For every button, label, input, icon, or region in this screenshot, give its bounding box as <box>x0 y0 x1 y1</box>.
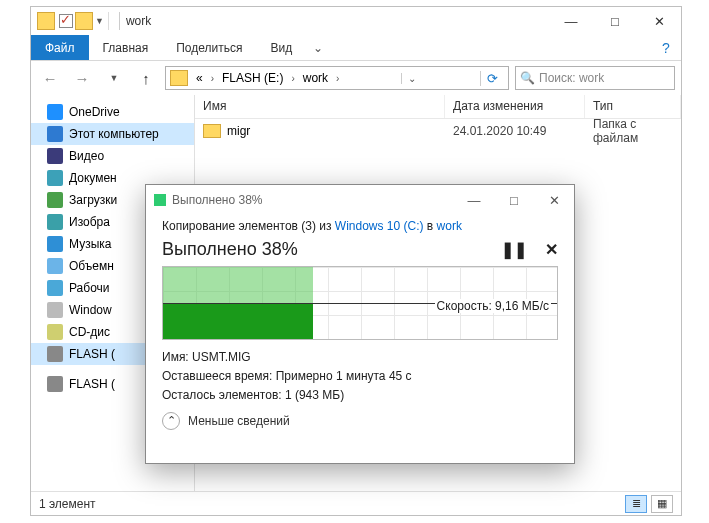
search-input[interactable]: 🔍 Поиск: work <box>515 66 675 90</box>
breadcrumb-folder-icon <box>170 70 188 86</box>
address-bar: ← → ▼ ↑ « › FLASH (E:) › work › ⌄ ⟳ 🔍 По… <box>31 61 681 95</box>
table-row[interactable]: migr24.01.2020 10:49Папка с файлам <box>195 119 681 143</box>
nav-item[interactable]: Видео <box>31 145 194 167</box>
help-icon[interactable]: ? <box>651 35 681 60</box>
col-name[interactable]: Имя <box>195 95 445 118</box>
speed-label: Скорость: 9,16 МБ/с <box>435 299 551 313</box>
ribbon-expand-icon[interactable]: ⌄ <box>306 35 330 60</box>
fewer-details-toggle[interactable]: ⌃ Меньше сведений <box>162 412 558 430</box>
ic-win-icon <box>47 302 63 318</box>
ic-desk-icon <box>47 280 63 296</box>
ic-dl-icon <box>47 192 63 208</box>
copy-dest-link[interactable]: work <box>437 219 462 233</box>
ic-doc-icon <box>47 170 63 186</box>
qa-dropdown-icon[interactable]: ▼ <box>95 16 104 26</box>
col-date[interactable]: Дата изменения <box>445 95 585 118</box>
nav-item-label: Музыка <box>69 237 111 251</box>
status-count: 1 элемент <box>39 497 96 511</box>
nav-item-label: FLASH ( <box>69 377 115 391</box>
nav-item-label: CD-дис <box>69 325 110 339</box>
detail-time: Оставшееся время: Примерно 1 минута 45 с <box>162 367 558 386</box>
dialog-title-bar[interactable]: Выполнено 38% — □ ✕ <box>146 185 574 215</box>
nav-item-label: Этот компьютер <box>69 127 159 141</box>
nav-item[interactable]: Этот компьютер <box>31 123 194 145</box>
view-icons-button[interactable]: ▦ <box>651 495 673 513</box>
nav-forward-button: → <box>69 65 95 91</box>
nav-item-label: Загрузки <box>69 193 117 207</box>
pause-button[interactable]: ❚❚ <box>501 240 527 259</box>
close-button[interactable]: ✕ <box>637 7 681 35</box>
refresh-button[interactable]: ⟳ <box>480 71 504 86</box>
ic-mus-icon <box>47 236 63 252</box>
chevron-up-icon: ⌃ <box>162 412 180 430</box>
column-headers[interactable]: Имя Дата изменения Тип <box>195 95 681 119</box>
nav-up-button[interactable]: ↑ <box>133 65 159 91</box>
dialog-maximize-button[interactable]: □ <box>494 185 534 215</box>
tab-share[interactable]: Поделиться <box>162 35 256 60</box>
nav-item-label: Видео <box>69 149 104 163</box>
progress-square-icon <box>154 194 166 206</box>
row-date: 24.01.2020 10:49 <box>445 124 585 138</box>
chevron-right-icon[interactable]: › <box>289 73 296 84</box>
search-placeholder: Поиск: work <box>539 71 604 85</box>
nav-item-label: Изобра <box>69 215 110 229</box>
nav-item-label: Рабочи <box>69 281 110 295</box>
ribbon-tabs: Файл Главная Поделиться Вид ⌄ ? <box>31 35 681 61</box>
copy-source-link[interactable]: Windows 10 (C:) <box>335 219 424 233</box>
cancel-button[interactable]: ✕ <box>545 240 558 259</box>
detail-remaining: Осталось элементов: 1 (943 МБ) <box>162 386 558 405</box>
dialog-title: Выполнено 38% <box>172 193 263 207</box>
copy-progress-dialog: Выполнено 38% — □ ✕ Копирование элементо… <box>145 184 575 464</box>
ic-vid-icon <box>47 148 63 164</box>
nav-item-label: Window <box>69 303 112 317</box>
status-bar: 1 элемент ≣ ▦ <box>31 491 681 515</box>
qa-properties-icon[interactable] <box>59 14 73 28</box>
ic-usb-icon <box>47 376 63 392</box>
tab-file[interactable]: Файл <box>31 35 89 60</box>
folder-icon <box>203 124 221 138</box>
tab-home[interactable]: Главная <box>89 35 163 60</box>
title-bar: ▼ work — □ ✕ <box>31 7 681 35</box>
detail-name: Имя: USMT.MIG <box>162 348 558 367</box>
maximize-button[interactable]: □ <box>593 7 637 35</box>
progress-details: Имя: USMT.MIG Оставшееся время: Примерно… <box>162 348 558 406</box>
dialog-close-button[interactable]: ✕ <box>534 185 574 215</box>
view-details-button[interactable]: ≣ <box>625 495 647 513</box>
nav-item-label: Докумен <box>69 171 117 185</box>
breadcrumb-root[interactable]: « <box>192 71 207 85</box>
ic-usb-icon <box>47 346 63 362</box>
tab-view[interactable]: Вид <box>256 35 306 60</box>
progress-headline: Выполнено 38% <box>162 239 298 260</box>
ic-img-icon <box>47 214 63 230</box>
dialog-minimize-button[interactable]: — <box>454 185 494 215</box>
minimize-button[interactable]: — <box>549 7 593 35</box>
row-name: migr <box>227 124 250 138</box>
breadcrumb-seg-2[interactable]: work <box>299 71 332 85</box>
folder-icon <box>37 12 55 30</box>
breadcrumb-dropdown-icon[interactable]: ⌄ <box>401 73 422 84</box>
nav-item-label: Объемн <box>69 259 114 273</box>
qa-newfolder-icon[interactable] <box>75 12 93 30</box>
ic-pc-icon <box>47 126 63 142</box>
row-type: Папка с файлам <box>585 117 681 145</box>
chevron-right-icon[interactable]: › <box>209 73 216 84</box>
nav-item-label: FLASH ( <box>69 347 115 361</box>
ic-cd-icon <box>47 324 63 340</box>
breadcrumb[interactable]: « › FLASH (E:) › work › ⌄ ⟳ <box>165 66 509 90</box>
ic-vol-icon <box>47 258 63 274</box>
speed-graph: Скорость: 9,16 МБ/с <box>162 266 558 340</box>
ic-cloud-icon <box>47 104 63 120</box>
window-title: work <box>126 14 151 28</box>
quick-access-toolbar[interactable]: ▼ <box>59 12 109 30</box>
search-icon: 🔍 <box>520 71 535 85</box>
col-type[interactable]: Тип <box>585 95 681 118</box>
breadcrumb-seg-1[interactable]: FLASH (E:) <box>218 71 287 85</box>
nav-item-label: OneDrive <box>69 105 120 119</box>
copy-description: Копирование элементов (3) из Windows 10 … <box>162 219 558 233</box>
nav-back-button[interactable]: ← <box>37 65 63 91</box>
chevron-right-icon[interactable]: › <box>334 73 341 84</box>
nav-history-dropdown[interactable]: ▼ <box>101 65 127 91</box>
nav-item[interactable]: OneDrive <box>31 101 194 123</box>
